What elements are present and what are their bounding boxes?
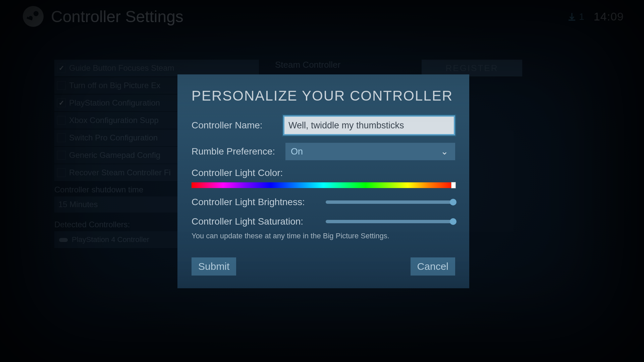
controller-name-label: Controller Name: [192, 120, 283, 131]
light-color-thumb[interactable] [451, 182, 456, 188]
light-saturation-label: Controller Light Saturation: [192, 216, 326, 227]
submit-button[interactable]: Submit [192, 257, 236, 276]
personalize-controller-modal: PERSONALIZE YOUR CONTROLLER Controller N… [177, 74, 469, 288]
modal-title: PERSONALIZE YOUR CONTROLLER [192, 88, 455, 104]
rumble-preference-value: On [291, 146, 303, 157]
light-color-slider[interactable] [192, 182, 455, 188]
light-saturation-thumb[interactable] [450, 218, 457, 225]
controller-name-field[interactable] [283, 115, 455, 135]
cancel-button[interactable]: Cancel [411, 257, 455, 276]
chevron-down-icon: ⌄ [441, 146, 448, 157]
light-color-label: Controller Light Color: [192, 168, 455, 178]
light-brightness-thumb[interactable] [450, 199, 457, 205]
rumble-preference-select[interactable]: On ⌄ [285, 143, 455, 160]
light-brightness-slider[interactable] [326, 200, 455, 204]
light-brightness-label: Controller Light Brightness: [192, 197, 326, 207]
modal-hint: You can update these at any time in the … [192, 232, 455, 240]
light-saturation-slider[interactable] [326, 220, 455, 223]
rumble-preference-label: Rumble Preference: [192, 146, 285, 157]
